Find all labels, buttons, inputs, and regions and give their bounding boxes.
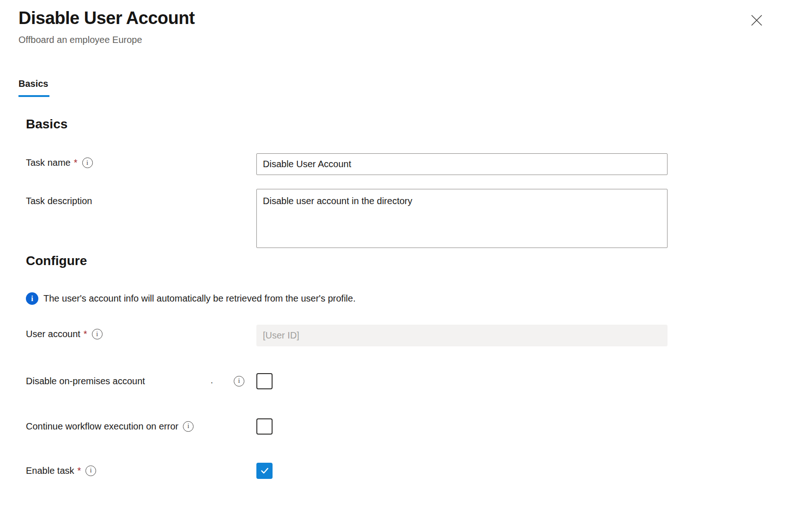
basics-section-heading: Basics (26, 116, 67, 132)
close-button[interactable] (747, 10, 767, 30)
stray-dot: . (211, 376, 213, 386)
task-description-label-text: Task description (26, 196, 92, 206)
enable-task-row: Enable task * i (26, 462, 377, 479)
task-description-label: Task description (26, 196, 92, 206)
required-asterisk: * (74, 157, 78, 168)
page-subtitle: Offboard an employee Europe (18, 35, 142, 45)
close-icon (750, 13, 764, 27)
page-title: Disable User Account (18, 8, 194, 28)
enable-task-checkbox[interactable] (256, 463, 273, 479)
task-name-label-text: Task name (26, 157, 71, 168)
tab-basics[interactable]: Basics (18, 79, 49, 97)
required-asterisk: * (84, 329, 87, 339)
info-banner-text: The user's account info will automatical… (43, 293, 356, 304)
info-icon[interactable]: i (82, 157, 93, 168)
info-icon[interactable]: i (183, 421, 194, 432)
info-icon[interactable]: i (85, 466, 96, 476)
disable-user-account-panel: Disable User Account Offboard an employe… (0, 0, 789, 532)
user-account-input (256, 325, 668, 346)
info-banner: i The user's account info will automatic… (26, 292, 356, 305)
continue-on-error-checkbox[interactable] (256, 418, 273, 435)
continue-on-error-row: Continue workflow execution on error i (26, 417, 377, 435)
disable-on-premises-checkbox[interactable] (256, 373, 273, 389)
disable-on-premises-label: Disable on-premises account (26, 376, 145, 387)
task-name-input[interactable] (256, 153, 668, 175)
continue-on-error-label: Continue workflow execution on error (26, 421, 178, 432)
user-account-label: User account * i (26, 329, 103, 339)
user-account-label-text: User account (26, 329, 80, 339)
required-asterisk: * (78, 466, 81, 476)
disable-on-premises-row: Disable on-premises account . i (26, 372, 377, 390)
enable-task-label: Enable task (26, 466, 74, 476)
info-filled-icon: i (26, 292, 38, 305)
info-icon[interactable]: i (92, 329, 103, 339)
configure-section-heading: Configure (26, 253, 87, 269)
task-name-label: Task name * i (26, 157, 93, 168)
check-icon (259, 465, 270, 476)
task-description-input[interactable]: Disable user account in the directory (256, 189, 668, 248)
info-icon[interactable]: i (234, 376, 244, 387)
